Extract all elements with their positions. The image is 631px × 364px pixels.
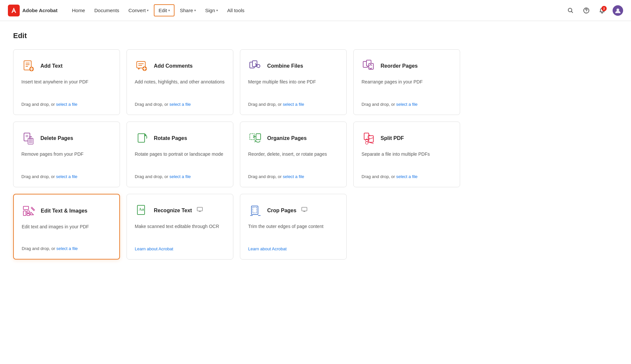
svg-point-4 [617, 9, 619, 11]
tool-header-combine-files: Combine Files [248, 59, 339, 73]
tool-card-recognize-text[interactable]: Aa Recognize Text Make scanned text edit… [127, 194, 233, 260]
tool-header-add-text: Add Text [21, 59, 112, 73]
svg-rect-32 [138, 134, 145, 142]
add-text-select-file[interactable]: select a file [56, 102, 78, 107]
add-comments-footer: Drag and drop, or select a file [135, 102, 225, 107]
svg-rect-46 [27, 214, 30, 216]
crop-pages-icon [248, 203, 263, 218]
delete-pages-desc: Remove pages from your PDF [21, 151, 112, 169]
svg-rect-44 [23, 211, 26, 216]
tool-card-organize-pages[interactable]: Organize Pages Reorder, delete, insert, … [240, 122, 347, 187]
tool-card-reorder-pages[interactable]: Reorder Pages Rearrange pages in your PD… [353, 49, 460, 115]
recognize-text-icon: Aa [135, 203, 149, 218]
svg-rect-61 [302, 207, 307, 211]
svg-rect-51 [197, 207, 202, 211]
tool-header-add-comments: Add Comments [135, 59, 225, 73]
svg-rect-33 [250, 134, 254, 140]
tool-card-add-comments[interactable]: Add Comments Add notes, highlights, and … [127, 49, 233, 115]
tool-header-recognize-text: Aa Recognize Text [135, 203, 225, 218]
rotate-pages-select-file[interactable]: select a file [170, 174, 191, 179]
edit-text-images-icon [22, 204, 36, 218]
nav-convert[interactable]: Convert ▾ [125, 5, 153, 16]
edit-text-images-name: Edit Text & Images [41, 208, 87, 214]
logo-icon [8, 5, 20, 16]
tool-card-combine-files[interactable]: Combine Files Merge multiple files into … [240, 49, 347, 115]
delete-pages-name: Delete Pages [40, 135, 73, 141]
help-button[interactable] [581, 5, 592, 16]
recognize-text-name: Recognize Text [154, 208, 192, 214]
add-comments-select-file[interactable]: select a file [170, 102, 191, 107]
add-text-desc: Insert text anywhere in your PDF [21, 79, 112, 97]
nav-sign[interactable]: Sign ▾ [201, 5, 222, 16]
nav-all-tools[interactable]: All tools [223, 5, 248, 16]
nav-share[interactable]: Share ▾ [176, 5, 200, 16]
sign-chevron-icon: ▾ [216, 9, 218, 12]
edit-text-images-select-file[interactable]: select a file [57, 246, 78, 251]
split-pdf-name: Split PDF [381, 135, 404, 141]
edit-text-images-desc: Edit text and images in your PDF [22, 223, 111, 241]
tool-header-edit-text-images: Edit Text & Images [22, 204, 111, 218]
combine-files-select-file[interactable]: select a file [283, 102, 304, 107]
combine-files-footer: Drag and drop, or select a file [248, 102, 339, 107]
tool-card-delete-pages[interactable]: Delete Pages Remove pages from your PDF … [13, 122, 120, 187]
svg-rect-43 [23, 206, 29, 210]
main-content: Edit Add Text Insert text [0, 21, 473, 270]
notifications-button[interactable]: 2 [597, 5, 607, 16]
delete-pages-footer: Drag and drop, or select a file [21, 174, 112, 179]
add-text-icon [21, 59, 36, 73]
rotate-pages-footer: Drag and drop, or select a file [135, 174, 225, 179]
edit-text-images-footer: Drag and drop, or select a file [22, 246, 111, 251]
tool-header-delete-pages: Delete Pages [21, 131, 112, 146]
organize-pages-desc: Reorder, delete, insert, or rotate pages [248, 151, 339, 169]
tool-header-crop-pages: Crop Pages [248, 203, 339, 218]
reorder-pages-desc: Rearrange pages in your PDF [362, 79, 452, 97]
nav-home[interactable]: Home [68, 5, 89, 16]
app-name: Adobe Acrobat [22, 8, 58, 13]
header: Adobe Acrobat Home Documents Convert ▾ E… [0, 0, 631, 21]
page-title: Edit [13, 32, 460, 40]
tool-card-split-pdf[interactable]: Split PDF Separate a file into multiple … [353, 122, 460, 187]
add-text-name: Add Text [40, 63, 62, 69]
tool-card-rotate-pages[interactable]: Rotate Pages Rotate pages to portrait or… [127, 122, 233, 187]
reorder-pages-icon [362, 59, 376, 73]
recognize-text-desc: Make scanned text editable through OCR [135, 223, 225, 241]
app-logo[interactable]: Adobe Acrobat [8, 5, 58, 16]
tools-grid: Add Text Insert text anywhere in your PD… [13, 49, 460, 260]
main-nav: Home Documents Convert ▾ Edit ▾ Share ▾ … [68, 4, 565, 16]
crop-pages-desc: Trim the outer edges of page content [248, 223, 339, 241]
delete-pages-icon [21, 131, 36, 146]
desktop-icon-crop [301, 206, 308, 215]
svg-rect-59 [250, 215, 253, 216]
svg-point-3 [586, 12, 587, 12]
recognize-text-footer: Learn about Acrobat [135, 246, 225, 251]
tool-card-edit-text-images[interactable]: Edit Text & Images Edit text and images … [13, 194, 120, 260]
reorder-pages-select-file[interactable]: select a file [396, 102, 418, 107]
svg-line-1 [572, 11, 573, 13]
share-chevron-icon: ▾ [194, 9, 196, 12]
tool-card-add-text[interactable]: Add Text Insert text anywhere in your PD… [13, 49, 120, 115]
tool-header-split-pdf: Split PDF [362, 131, 452, 146]
split-pdf-select-file[interactable]: select a file [396, 174, 418, 179]
tool-header-reorder-pages: Reorder Pages [362, 59, 452, 73]
organize-pages-name: Organize Pages [267, 135, 307, 141]
organize-pages-footer: Drag and drop, or select a file [248, 174, 339, 179]
tool-card-crop-pages[interactable]: Crop Pages Trim the outer edges of page … [240, 194, 347, 260]
search-button[interactable] [565, 5, 576, 16]
delete-pages-select-file[interactable]: select a file [56, 174, 78, 179]
crop-pages-footer: Learn about Acrobat [248, 246, 339, 251]
convert-chevron-icon: ▾ [147, 9, 149, 12]
notification-badge: 2 [601, 6, 607, 11]
tool-header-organize-pages: Organize Pages [248, 131, 339, 146]
reorder-pages-footer: Drag and drop, or select a file [362, 102, 452, 107]
nav-edit[interactable]: Edit ▾ [154, 4, 175, 16]
split-pdf-desc: Separate a file into multiple PDFs [362, 151, 452, 169]
user-avatar[interactable] [613, 5, 623, 16]
svg-rect-45 [27, 211, 30, 213]
recognize-text-learn[interactable]: Learn about Acrobat [135, 246, 173, 251]
organize-pages-select-file[interactable]: select a file [283, 174, 304, 179]
crop-pages-learn[interactable]: Learn about Acrobat [248, 246, 287, 251]
nav-documents[interactable]: Documents [90, 5, 123, 16]
split-pdf-icon [362, 131, 376, 146]
add-comments-icon [135, 59, 149, 73]
header-actions: 2 [565, 5, 623, 16]
